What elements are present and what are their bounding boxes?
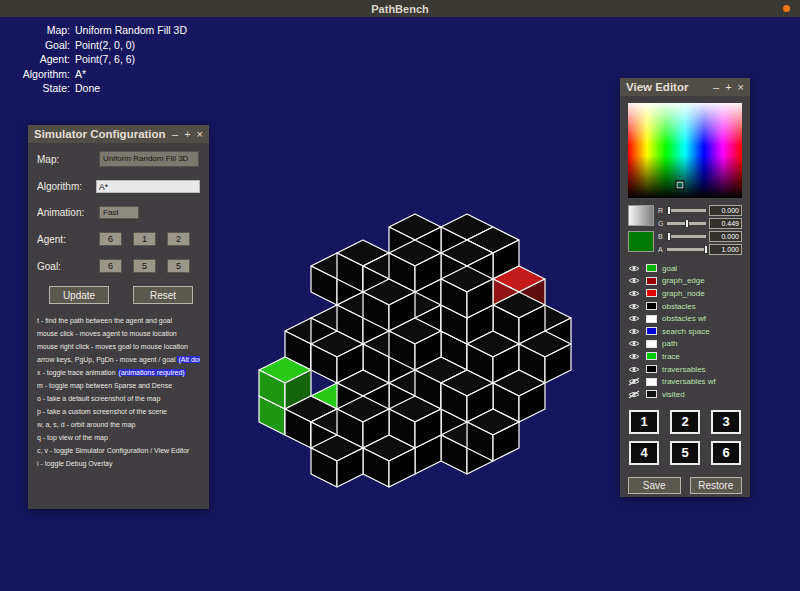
slider-handle[interactable]	[667, 206, 671, 215]
current-color-swatch[interactable]	[628, 231, 654, 252]
view-slot-button[interactable]: 1	[629, 410, 659, 434]
legend-row[interactable]: path	[628, 338, 742, 351]
legend-color-swatch[interactable]	[646, 264, 657, 272]
visibility-eye-icon[interactable]	[628, 314, 641, 323]
legend-row[interactable]: trace	[628, 350, 742, 363]
slider-track[interactable]	[667, 209, 706, 212]
visibility-eye-icon[interactable]	[628, 365, 641, 374]
legend-row[interactable]: visited	[628, 388, 742, 401]
slider-track[interactable]	[667, 248, 706, 251]
animation-field-label: Animation:	[37, 207, 99, 218]
legend-label: graph_node	[662, 289, 705, 298]
visibility-eye-icon[interactable]	[628, 276, 641, 285]
help-line: arrow keys, PgUp, PgDn - move agent / go…	[37, 353, 200, 366]
legend-color-swatch[interactable]	[646, 289, 657, 297]
window-controls: – + ×	[713, 78, 744, 96]
view-slot-button[interactable]: 5	[670, 441, 700, 465]
simulator-configuration-panel: Simulator Configuration – + × Map: Unifo…	[28, 125, 209, 509]
legend-row[interactable]: graph_node	[628, 287, 742, 300]
slider-value-box[interactable]: 1.000	[709, 244, 742, 255]
legend-label: graph_edge	[662, 276, 705, 285]
legend-color-swatch[interactable]	[646, 365, 657, 373]
color-picker-field[interactable]	[628, 103, 742, 198]
slider-value-box[interactable]: 0.000	[709, 205, 742, 216]
legend-color-swatch[interactable]	[646, 390, 657, 398]
help-text: t - find the path between the agent and …	[37, 317, 172, 324]
animation-select[interactable]: Fast	[99, 206, 139, 219]
visibility-eye-icon[interactable]	[628, 327, 641, 336]
reset-button[interactable]: Reset	[133, 286, 193, 304]
view-slot-button[interactable]: 3	[711, 410, 741, 434]
legend-row[interactable]: graph_edge	[628, 275, 742, 288]
brightness-swatch[interactable]	[628, 205, 654, 226]
expand-icon[interactable]: +	[184, 125, 190, 143]
slider-handle[interactable]	[704, 245, 708, 254]
legend-color-swatch[interactable]	[646, 277, 657, 285]
legend-color-swatch[interactable]	[646, 378, 657, 386]
legend-label: search space	[662, 327, 710, 336]
legend-row[interactable]: traversables wf	[628, 375, 742, 388]
close-icon[interactable]: ×	[197, 125, 203, 143]
view-slot-button[interactable]: 4	[629, 441, 659, 465]
visibility-eye-icon[interactable]	[628, 352, 641, 361]
view-slot-button[interactable]: 2	[670, 410, 700, 434]
slider-row: R 0.000	[658, 205, 742, 216]
visibility-eye-icon[interactable]	[628, 302, 641, 311]
view-editor-titlebar[interactable]: View Editor – + ×	[620, 78, 750, 96]
close-icon[interactable]: ×	[738, 78, 744, 96]
picker-marker[interactable]	[677, 181, 684, 188]
legend-label: traversables	[662, 365, 706, 374]
visibility-eye-icon[interactable]	[628, 264, 641, 273]
help-line: m - toggle map between Sparse and Dense	[37, 379, 200, 392]
slider-track[interactable]	[667, 222, 706, 225]
status-label: Map:	[6, 23, 70, 38]
agent-coordinate-box[interactable]: 2	[167, 232, 190, 246]
slider-handle[interactable]	[667, 232, 671, 241]
slider-row: G 0.449	[658, 218, 742, 229]
status-value: Point(2, 0, 0)	[75, 38, 135, 53]
minimize-icon[interactable]: –	[172, 125, 178, 143]
algorithm-input[interactable]	[96, 180, 200, 193]
legend-row[interactable]: obstacles wf	[628, 312, 742, 325]
map-select[interactable]: Uniform Random Fill 3D	[99, 151, 199, 167]
legend-label: visited	[662, 390, 685, 399]
legend-row[interactable]: search space	[628, 325, 742, 338]
slider-label: R	[658, 207, 664, 214]
legend-color-swatch[interactable]	[646, 327, 657, 335]
expand-icon[interactable]: +	[725, 78, 731, 96]
update-button[interactable]: Update	[49, 286, 109, 304]
view-slot-button[interactable]: 6	[711, 441, 741, 465]
slider-value-box[interactable]: 0.000	[709, 231, 742, 242]
slider-row: A 1.000	[658, 244, 742, 255]
window-titlebar[interactable]: PathBench	[0, 0, 800, 17]
legend-color-swatch[interactable]	[646, 315, 657, 323]
legend-row[interactable]: goal	[628, 262, 742, 275]
legend-color-swatch[interactable]	[646, 302, 657, 310]
legend-color-swatch[interactable]	[646, 340, 657, 348]
legend-row[interactable]: traversables	[628, 363, 742, 376]
restore-button[interactable]: Restore	[690, 477, 743, 494]
visibility-eye-icon[interactable]	[628, 289, 641, 298]
slider-row: B 0.000	[658, 231, 742, 242]
view-number-buttons: 123456	[628, 401, 742, 465]
save-button[interactable]: Save	[628, 477, 681, 494]
goal-coordinate-box[interactable]: 5	[133, 259, 156, 273]
slider-track[interactable]	[667, 235, 706, 238]
slider-handle[interactable]	[685, 219, 689, 228]
agent-coordinate-box[interactable]: 6	[99, 232, 122, 246]
legend-row[interactable]: obstacles	[628, 300, 742, 313]
help-text: p - take a custom screenshot of the scen…	[37, 408, 167, 415]
slider-label: A	[658, 246, 664, 253]
visibility-eye-icon[interactable]	[628, 390, 641, 399]
slider-value-box[interactable]: 0.449	[709, 218, 742, 229]
goal-coordinate-box[interactable]: 6	[99, 259, 122, 273]
visibility-eye-icon[interactable]	[628, 339, 641, 348]
minimize-icon[interactable]: –	[713, 78, 719, 96]
legend-label: obstacles wf	[662, 314, 706, 323]
agent-coordinate-box[interactable]: 1	[133, 232, 156, 246]
goal-coordinate-box[interactable]: 5	[167, 259, 190, 273]
simulator-configuration-titlebar[interactable]: Simulator Configuration – + ×	[28, 125, 209, 143]
help-text: q - top view of the map	[37, 434, 108, 441]
legend-color-swatch[interactable]	[646, 352, 657, 360]
visibility-eye-icon[interactable]	[628, 377, 641, 386]
